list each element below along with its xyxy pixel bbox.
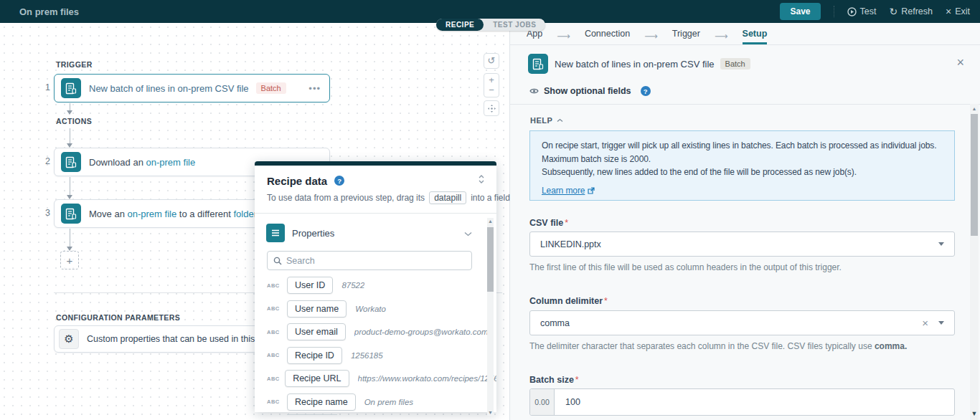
trigger-help-box: On recipe start, trigger will pick up al… [529,130,955,201]
column-delimiter-label: Column delimiter* [529,296,608,306]
breadcrumb-trigger[interactable]: Trigger [672,29,700,43]
datapill-sample-value: product-demo-groups@workato.com [354,328,489,336]
refresh-icon: ↻ [889,6,897,17]
exit-button[interactable]: × Exit [946,6,970,17]
step-link[interactable]: folder [233,209,257,219]
scroll-down-icon[interactable]: ▼ [970,410,979,417]
help-text-line1: On recipe start, trigger will pick up al… [542,139,943,166]
save-button[interactable]: Save [780,3,820,20]
view-toggle: RECIPE TEST JOBS [436,19,545,31]
add-step-button[interactable]: + [60,251,79,269]
datapill[interactable]: User email [287,323,346,340]
recipe-data-subtitle: To use data from a previous step, drag i… [255,187,496,213]
undo-button[interactable]: ↺ [484,53,499,69]
close-panel-icon[interactable]: × [956,56,964,69]
scrollbar-thumb[interactable] [487,227,494,292]
tab-recipe[interactable]: RECIPE [436,19,484,31]
datapill-row[interactable]: ABC Recipe ID 1256185 [255,344,496,368]
breadcrumb-setup[interactable]: Setup [743,29,768,43]
flow-connector [70,177,70,195]
datapill-row[interactable]: ABC User email product-demo-groups@worka… [255,320,496,344]
batch-badge: Batch [256,82,286,94]
datapill-sample-value: On prem files [364,398,413,406]
help-section-toggle[interactable]: HELP [530,116,563,125]
collapse-expand-icon[interactable] [478,174,485,187]
scroll-down-icon[interactable]: ▼ [487,410,494,415]
properties-source-row[interactable]: Properties [255,214,496,242]
datapill-type-label: ABC [267,329,287,335]
column-delimiter-select[interactable]: comma × [529,310,955,335]
tab-test-jobs[interactable]: TEST JOBS [484,19,545,31]
show-optional-fields-button[interactable]: Show optional fields ? [529,86,651,96]
trigger-setup-panel: App ⟶ Connection ⟶ Trigger ⟶ Setup New b… [509,23,980,420]
config-section-label: CONFIGURATION PARAMETERS [56,313,180,322]
breadcrumb-arrow-icon: ⟶ [715,31,728,42]
scroll-up-icon[interactable]: ▲ [487,219,494,224]
search-icon [273,257,282,265]
csv-file-value: LINKEDIN.pptx [540,239,601,249]
zoom-in-icon[interactable]: + [489,75,494,85]
datapill-row[interactable]: ABC Recipe name On prem files [255,391,496,414]
datapill[interactable]: User name [287,300,347,318]
help-icon[interactable]: ? [641,86,651,96]
search-input[interactable] [286,256,466,266]
recipe-data-popup: Recipe data ? To use data from a previou… [255,161,496,412]
refresh-button[interactable]: ↻ Refresh [889,6,933,17]
trigger-step-title: New batch of lines in on-prem CSV file [89,83,249,94]
chevron-down-icon [938,321,944,325]
panel-divider [510,44,980,45]
chevron-down-icon[interactable] [464,226,472,239]
batch-size-field: 0.00 100 [529,388,955,416]
breadcrumb-connection[interactable]: Connection [585,29,630,43]
test-button[interactable]: Test [847,6,877,16]
popup-scrollbar[interactable]: ▲ ▼ [487,218,494,416]
number-format-prefix: 0.00 [530,389,555,415]
datapill-row[interactable]: ABC Recipe URL https://www.workato.com/r… [255,367,496,391]
column-delimiter-help-text: The delimiter character that separates e… [529,341,955,351]
gear-icon: ⚙ [59,329,79,349]
actions-section-label: ACTIONS [56,117,92,125]
csv-file-help-text: The first line of this file will be used… [529,262,955,272]
datapill[interactable]: Recipe name [287,393,356,411]
fit-view-button[interactable] [484,100,499,116]
scroll-up-icon[interactable]: ▲ [970,106,979,111]
csv-app-icon [61,152,81,172]
datapill-sample-value: https://www.workato.com/recipes/1256185 [358,374,496,383]
flow-connector [70,229,70,247]
learn-more-link[interactable]: Learn more [542,184,595,198]
clear-selection-icon[interactable]: × [922,317,928,329]
datapill[interactable]: Recipe ID [287,347,342,364]
recipe-data-title: Recipe data [267,175,327,187]
scrollbar-thumb[interactable] [971,114,978,236]
zoom-out-icon[interactable]: − [489,85,494,95]
step-number: 3 [42,208,50,218]
required-mark: * [565,218,568,228]
panel-scrollbar[interactable]: ▲ ▼ [970,104,979,420]
csv-file-select[interactable]: LINKEDIN.pptx [529,232,955,257]
datapill[interactable]: User ID [287,277,333,294]
breadcrumb-arrow-icon: ⟶ [557,31,570,42]
properties-icon [266,224,285,242]
step-link[interactable]: on-prem file [146,157,196,168]
datapill-type-label: ABC [267,376,285,382]
trigger-step-card[interactable]: New batch of lines in on-prem CSV file B… [54,74,330,102]
step-menu-button[interactable]: ••• [308,83,321,94]
flow-connector [70,103,70,110]
test-play-icon [847,7,857,16]
batch-size-input[interactable]: 100 [555,389,954,415]
help-text-line2: Subsequently, new lines added to the end… [542,166,943,179]
batch-badge: Batch [720,58,750,70]
csv-app-icon [61,78,81,98]
datapill-type-label: ABC [267,305,287,312]
setup-breadcrumb: App ⟶ Connection ⟶ Trigger ⟶ Setup [527,29,767,43]
chevron-down-icon [938,242,944,246]
datapill[interactable]: Recipe URL [285,370,349,387]
external-link-icon [588,187,595,194]
setup-panel-title: New batch of lines in on-prem CSV file [555,59,715,70]
datapill-row[interactable]: ABC User ID 87522 [255,274,496,297]
zoom-control[interactable]: + − [484,73,499,97]
datapill-row[interactable]: ABC User name Workato [255,297,496,321]
breadcrumb-app[interactable]: App [527,29,542,43]
step-link[interactable]: on-prem file [128,209,177,219]
help-icon[interactable]: ? [334,176,344,186]
